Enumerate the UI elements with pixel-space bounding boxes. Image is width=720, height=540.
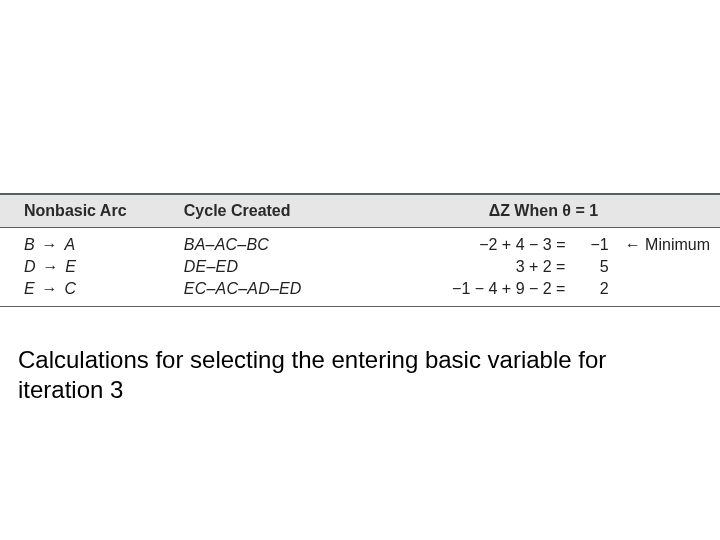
arc-to: E	[65, 258, 76, 275]
arrow-right-icon: →	[40, 236, 60, 253]
cell-note	[619, 278, 720, 307]
dz-table-container: Nonbasic Arc Cycle Created ΔZ When θ = 1…	[0, 193, 720, 307]
cell-value: 2	[571, 278, 618, 307]
cycle-text: DE–ED	[184, 258, 238, 275]
page: Nonbasic Arc Cycle Created ΔZ When θ = 1…	[0, 0, 720, 540]
arc-from: D	[24, 258, 36, 275]
header-delta-z: ΔZ When θ = 1	[367, 194, 720, 228]
arc-from: E	[24, 280, 35, 297]
table-row: D → E DE–ED 3 + 2 = 5	[0, 256, 720, 278]
cell-note	[619, 256, 720, 278]
arc-to: A	[64, 236, 75, 253]
arc-to: C	[64, 280, 76, 297]
cell-equation: 3 + 2 =	[367, 256, 572, 278]
cell-arc: E → C	[0, 278, 174, 307]
cell-arc: B → A	[0, 228, 174, 257]
caption-text: Calculations for selecting the entering …	[18, 345, 658, 405]
header-cycle-created: Cycle Created	[174, 194, 367, 228]
cell-value: 5	[571, 256, 618, 278]
cell-cycle: BA–AC–BC	[174, 228, 367, 257]
cell-equation: −2 + 4 − 3 =	[367, 228, 572, 257]
cell-equation: −1 − 4 + 9 − 2 =	[367, 278, 572, 307]
cell-value: −1	[571, 228, 618, 257]
dz-table: Nonbasic Arc Cycle Created ΔZ When θ = 1…	[0, 193, 720, 307]
table-header-row: Nonbasic Arc Cycle Created ΔZ When θ = 1	[0, 194, 720, 228]
arrow-right-icon: →	[40, 258, 60, 275]
header-nonbasic-arc: Nonbasic Arc	[0, 194, 174, 228]
arc-from: B	[24, 236, 35, 253]
cycle-text: BA–AC–BC	[184, 236, 269, 253]
cycle-text: EC–AC–AD–ED	[184, 280, 302, 297]
arrow-right-icon: →	[40, 280, 60, 297]
cell-note: ← Minimum	[619, 228, 720, 257]
table-row: B → A BA–AC–BC −2 + 4 − 3 = −1 ← Minimum	[0, 228, 720, 257]
table-row: E → C EC–AC–AD–ED −1 − 4 + 9 − 2 = 2	[0, 278, 720, 307]
cell-cycle: DE–ED	[174, 256, 367, 278]
cell-arc: D → E	[0, 256, 174, 278]
cell-cycle: EC–AC–AD–ED	[174, 278, 367, 307]
